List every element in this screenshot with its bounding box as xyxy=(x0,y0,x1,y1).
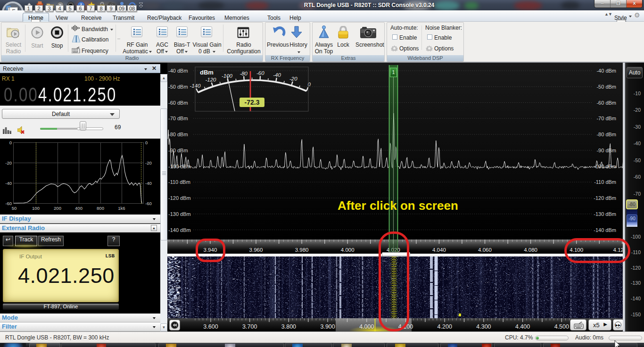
svg-text:-20: -20 xyxy=(5,160,12,165)
svg-text:4.300: 4.300 xyxy=(476,323,491,330)
svg-text:4.040: 4.040 xyxy=(432,247,446,253)
svg-text:-40: -40 xyxy=(5,181,12,186)
svg-text:-20: -20 xyxy=(289,76,297,82)
svg-text:4.000: 4.000 xyxy=(341,247,355,253)
svg-text:-100: -100 xyxy=(222,73,233,79)
svg-text:3.700: 3.700 xyxy=(242,323,257,330)
svg-text:4.060: 4.060 xyxy=(478,247,492,253)
svg-text:3.960: 3.960 xyxy=(249,247,263,253)
svg-text:-140 dBm: -140 dBm xyxy=(168,227,191,233)
svg-text:-40 dBm: -40 dBm xyxy=(168,68,188,74)
svg-text:-120 dBm: -120 dBm xyxy=(168,195,191,201)
svg-text:400: 400 xyxy=(75,206,83,211)
svg-text:-80 dBm: -80 dBm xyxy=(168,132,188,137)
svg-text:dBm: dBm xyxy=(200,69,214,76)
svg-text:-20: -20 xyxy=(145,160,152,165)
svg-text:1: 1 xyxy=(392,70,395,75)
svg-text:-40: -40 xyxy=(145,181,152,186)
svg-text:100: 100 xyxy=(32,206,40,211)
svg-text:3.800: 3.800 xyxy=(281,323,296,330)
svg-text:200: 200 xyxy=(54,206,61,211)
svg-text:3.980: 3.980 xyxy=(295,247,309,253)
svg-text:4.080: 4.080 xyxy=(524,247,537,253)
svg-text:4.500: 4.500 xyxy=(554,323,569,330)
svg-text:-110 dBm: -110 dBm xyxy=(168,179,190,185)
svg-text:-130 dBm: -130 dBm xyxy=(594,211,616,217)
svg-text:-130 dBm: -130 dBm xyxy=(168,211,191,217)
svg-text:-70 dBm: -70 dBm xyxy=(168,116,188,121)
svg-text:-60 dBm: -60 dBm xyxy=(168,100,188,106)
svg-text:4.400: 4.400 xyxy=(515,323,530,330)
svg-text:3.900: 3.900 xyxy=(320,323,335,330)
svg-text:4.200: 4.200 xyxy=(438,323,452,330)
svg-text:-80: -80 xyxy=(239,71,248,76)
svg-text:3.600: 3.600 xyxy=(203,323,218,330)
svg-text:-90 dBm: -90 dBm xyxy=(168,148,188,153)
svg-text:-140 dBm: -140 dBm xyxy=(594,227,616,233)
svg-text:50: 50 xyxy=(12,206,17,211)
svg-text:-120 dBm: -120 dBm xyxy=(594,195,616,201)
svg-text:-50 dBm: -50 dBm xyxy=(596,84,616,90)
svg-text:4.000: 4.000 xyxy=(359,323,374,330)
svg-text:-40: -40 xyxy=(273,72,281,78)
svg-text:-70 dBm: -70 dBm xyxy=(596,116,616,121)
svg-text:-110 dBm: -110 dBm xyxy=(594,179,616,185)
svg-text:-72.3: -72.3 xyxy=(245,99,260,106)
svg-text:After click on screen: After click on screen xyxy=(338,198,458,213)
svg-text:-60 dBm: -60 dBm xyxy=(596,100,616,106)
svg-text:-120: -120 xyxy=(205,77,216,83)
svg-text:1k6: 1k6 xyxy=(118,206,125,211)
svg-text:800: 800 xyxy=(97,206,104,211)
svg-text:-100 dBm: -100 dBm xyxy=(594,164,616,169)
svg-text:0: 0 xyxy=(9,140,12,145)
svg-text:-40 dBm: -40 dBm xyxy=(596,68,616,74)
svg-text:-50 dBm: -50 dBm xyxy=(168,84,188,90)
svg-text:-60: -60 xyxy=(145,201,152,206)
svg-text:0: 0 xyxy=(145,140,148,145)
svg-text:-60: -60 xyxy=(256,70,264,76)
svg-text:-60: -60 xyxy=(5,201,12,206)
svg-text:-80 dBm: -80 dBm xyxy=(596,132,616,137)
svg-text:-90 dBm: -90 dBm xyxy=(596,148,616,153)
